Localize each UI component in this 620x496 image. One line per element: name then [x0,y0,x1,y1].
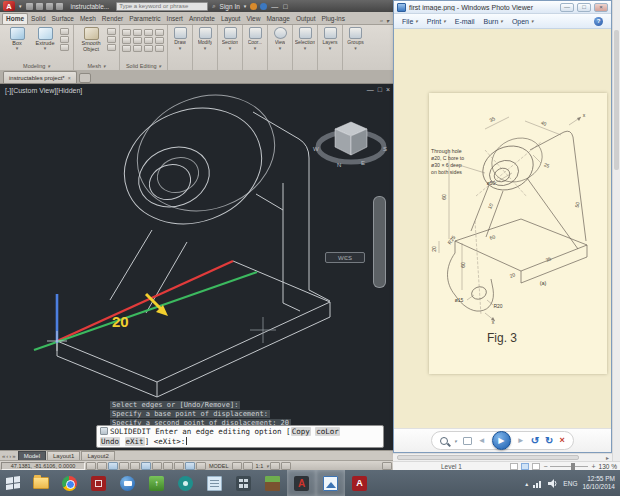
command-option-undo[interactable]: Undo [100,437,120,446]
mesh-refine-icon[interactable] [107,28,116,35]
box-button[interactable]: Box ▾ [4,27,30,50]
snap-toggle[interactable] [97,462,107,470]
ducs-toggle[interactable] [174,462,184,470]
subtract-icon[interactable] [133,29,142,36]
help-icon[interactable]: ? [594,17,603,26]
previous-image-button[interactable]: ◄ [478,437,486,445]
taskbar-chrome[interactable] [55,470,84,496]
qat-new-icon[interactable] [26,3,33,10]
menu-burn[interactable]: Burn▾ [484,18,503,25]
panel-layers[interactable]: Layers ▾ [318,25,343,70]
quick-view-drawings-toggle[interactable] [243,462,253,470]
zoom-slider[interactable] [550,466,588,467]
slice-icon[interactable] [155,29,164,36]
fillet-edge-icon[interactable] [122,37,131,44]
infer-constraints-toggle[interactable] [86,462,96,470]
ribbon-tab-view[interactable]: View [243,14,263,24]
panel-selection[interactable]: Selection ▾ [293,25,318,70]
clock[interactable]: 12:55 PM 16/10/2014 [582,475,615,491]
background-vertical-scrollbar[interactable] [612,0,620,461]
3dosnap-toggle[interactable] [152,462,162,470]
rotate-counterclockwise-button[interactable]: ↺ [531,436,539,446]
taskbar-file-explorer[interactable] [26,470,55,496]
signin-caret-icon[interactable]: ▾ [243,4,248,9]
qat-undo-icon[interactable] [56,3,63,10]
new-drawing-button[interactable] [79,73,91,83]
separate-icon[interactable] [133,45,142,52]
zoom-out-icon[interactable]: − [543,463,547,470]
ribbon-tab-home[interactable]: Home [2,13,28,24]
view-mode-3-button[interactable] [532,463,540,470]
taskbar-notes-app[interactable] [200,470,229,496]
menu-print[interactable]: Print▾ [427,18,446,25]
command-option-copy[interactable]: Copy [291,427,311,436]
viewport-minimize-icon[interactable]: — [367,86,374,93]
start-button[interactable] [0,470,26,496]
coordinates-readout[interactable]: 47.1381, -81.6106, 0.0000 [1,462,85,470]
clean-icon[interactable] [144,45,153,52]
union-icon[interactable] [122,29,131,36]
rotate-clockwise-button[interactable]: ↻ [545,436,553,446]
grid-toggle[interactable] [108,462,118,470]
panel-modify[interactable]: Modify ▾ [193,25,218,70]
viewcube[interactable]: W S N E [312,114,390,174]
model-space-label[interactable]: MODEL [207,463,231,469]
revolve-icon[interactable] [60,36,69,43]
volume-icon[interactable] [548,479,558,488]
ribbon-tab-output[interactable]: Output [293,14,319,24]
offset-edge-icon[interactable] [155,37,164,44]
ribbon-cycle-icon[interactable]: » [380,17,383,24]
command-option-exit[interactable]: eXit [125,437,145,446]
minimize-button[interactable]: — [560,3,574,12]
intersect-icon[interactable] [144,29,153,36]
menu-email[interactable]: E-mail [455,18,475,25]
ribbon-tab-mesh[interactable]: Mesh [77,14,99,24]
tab-nav-arrows[interactable]: «‹›» [2,453,17,459]
ribbon-tab-surface[interactable]: Surface [49,14,77,24]
taper-face-icon[interactable] [133,37,142,44]
zoom-icon[interactable] [440,437,448,445]
taskbar-package-app[interactable]: ↑ [142,470,171,496]
zoom-caret-icon[interactable]: ▾ [454,439,457,443]
viewport-controls-label[interactable]: [-][Custom View][Hidden] [5,87,82,94]
tab-model[interactable]: Model [18,451,46,460]
ribbon-tab-manage[interactable]: Manage [263,14,293,24]
autocad-app-menu-button[interactable]: A [3,1,15,11]
viewport-restore-icon[interactable]: □ [378,86,382,93]
taskbar-photo-viewer[interactable] [316,470,345,496]
scrollbar-thumb[interactable] [397,455,579,460]
help-icon[interactable] [260,3,267,10]
scrollbar-thumb[interactable] [614,30,619,170]
zoom-percent[interactable]: 130 % [599,463,617,470]
maximize-button[interactable]: □ [577,3,591,12]
infocenter-search-input[interactable] [116,2,208,11]
dyn-toggle[interactable] [185,462,195,470]
panel-groups[interactable]: Groups ▾ [343,25,368,70]
qat-open-icon[interactable] [36,3,43,10]
ribbon-tab-insert[interactable]: Insert [164,14,186,24]
background-horizontal-scrollbar[interactable]: ▸ [393,453,612,461]
view-mode-2-button[interactable] [521,463,529,470]
navigation-bar[interactable] [373,196,386,288]
viewport-close-icon[interactable]: × [386,86,390,93]
ribbon-tab-annotate[interactable]: Annotate [186,14,218,24]
ortho-toggle[interactable] [119,462,129,470]
otrack-toggle[interactable] [163,462,173,470]
ribbon-tab-solid[interactable]: Solid [28,14,48,24]
ribbon-tab-layout[interactable]: Layout [218,14,244,24]
lwt-toggle[interactable] [196,462,206,470]
command-option-color[interactable]: coLor [315,427,340,436]
taskbar-adobe-reader[interactable]: A [345,470,374,496]
polysolid-icon[interactable] [60,28,69,35]
qat-save-icon[interactable] [46,3,53,10]
play-slideshow-button[interactable]: ▶ [492,431,511,450]
minimize-icon[interactable]: — [270,3,279,10]
zoom-slider-thumb[interactable] [571,463,575,470]
shell-icon[interactable] [122,45,131,52]
extrude-button[interactable]: Extrude ▾ [32,27,58,50]
taskbar-mail-app[interactable] [113,470,142,496]
hidden-icons-button[interactable]: ▴ [525,480,528,487]
ribbon-minimize-icon[interactable]: ▾ [386,17,389,24]
delete-button[interactable]: × [559,436,564,445]
panel-section[interactable]: Section ▾ [218,25,243,70]
